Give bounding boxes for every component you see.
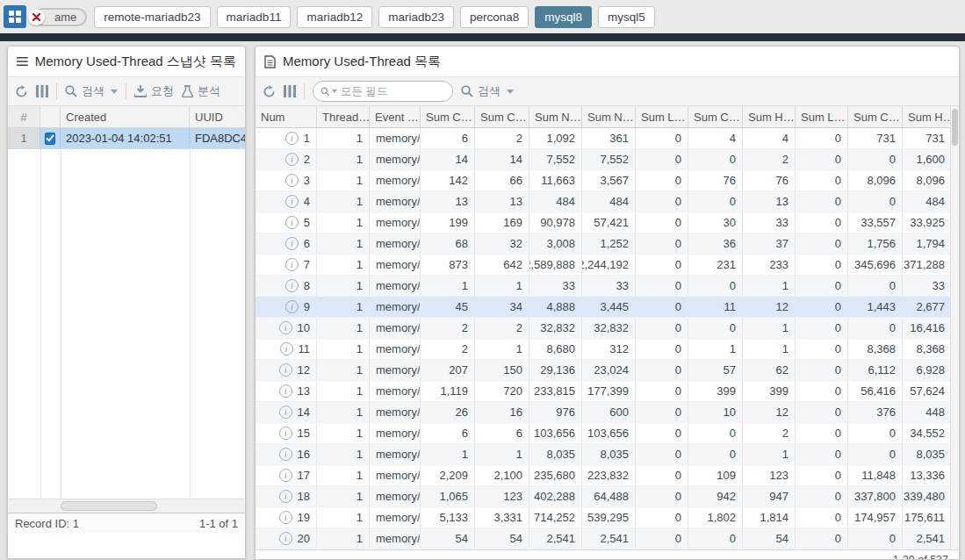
table-row[interactable]: i111memory/…218,68031201108,3688,368 bbox=[256, 339, 959, 360]
col-header-9[interactable]: Sum H… bbox=[743, 106, 796, 127]
col-header-0[interactable]: Num bbox=[256, 106, 317, 127]
info-icon[interactable]: i bbox=[285, 195, 299, 208]
cell: 13 bbox=[475, 191, 529, 212]
col-header-1[interactable]: Thread… bbox=[317, 106, 370, 127]
columns-button[interactable] bbox=[284, 85, 296, 97]
info-icon[interactable]: i bbox=[285, 300, 299, 313]
row-checkbox[interactable] bbox=[45, 133, 55, 145]
cell: memory/… bbox=[370, 318, 421, 339]
cell: i16 bbox=[256, 444, 317, 465]
analyze-button[interactable]: 분석 bbox=[182, 83, 220, 99]
col-header-6[interactable]: Sum N… bbox=[582, 106, 636, 127]
info-icon[interactable]: i bbox=[285, 153, 299, 166]
info-icon[interactable]: i bbox=[285, 216, 299, 229]
info-icon[interactable]: i bbox=[285, 258, 299, 271]
info-icon[interactable]: i bbox=[285, 237, 299, 250]
all-fields-search-input[interactable] bbox=[341, 85, 445, 97]
cell: 1 bbox=[421, 276, 475, 297]
info-icon[interactable]: i bbox=[279, 321, 292, 334]
table-row[interactable]: i61memory/…68323,0081,2520363701,7561,79… bbox=[256, 233, 959, 255]
info-icon[interactable]: i bbox=[279, 448, 292, 461]
tab-mariadb23[interactable]: mariadb23 bbox=[378, 6, 454, 28]
apps-grid-button[interactable] bbox=[4, 5, 26, 28]
table-row[interactable]: i91memory/…45344,8883,4450111201,4432,67… bbox=[256, 297, 959, 318]
col-header-7[interactable]: Sum L… bbox=[636, 106, 688, 127]
info-icon[interactable]: i bbox=[279, 363, 292, 377]
cell: memory/… bbox=[370, 212, 421, 233]
refresh-button[interactable] bbox=[263, 85, 276, 98]
col-header-10[interactable]: Sum L… bbox=[796, 106, 848, 127]
table-row[interactable]: i131memory/…1,119720233,815177,399039939… bbox=[256, 381, 959, 402]
table-row[interactable]: i51memory/…19916990,97857,42103033033,55… bbox=[256, 212, 959, 233]
col-header-11[interactable]: Sum C… bbox=[848, 106, 903, 127]
table-row[interactable]: i121memory/…20715029,13623,0240576206,11… bbox=[256, 360, 959, 381]
info-icon[interactable]: i bbox=[279, 406, 292, 419]
cell: 1 bbox=[743, 276, 796, 297]
col-header-uuid[interactable]: UUID bbox=[190, 106, 245, 127]
info-icon[interactable]: i bbox=[279, 490, 292, 503]
col-header-8[interactable]: Sum C… bbox=[688, 106, 743, 127]
cell: 0 bbox=[636, 297, 688, 318]
cell: 371,288 bbox=[903, 255, 952, 276]
cell: 1 bbox=[317, 149, 370, 170]
row-number: 5 bbox=[304, 216, 310, 229]
snapshot-row-selected[interactable]: 1 2023-01-04 14:02:51 FDA8DC46 bbox=[8, 128, 245, 149]
table-row[interactable]: i201memory/…54542,5412,5410054002,541 bbox=[256, 528, 959, 549]
tab-remote-mariadb23[interactable]: remote-mariadb23 bbox=[94, 6, 210, 28]
col-header-checkbox[interactable] bbox=[40, 106, 61, 127]
info-icon[interactable]: i bbox=[279, 384, 292, 398]
cell: 32,832 bbox=[582, 318, 636, 339]
info-icon[interactable]: i bbox=[285, 174, 299, 187]
table-row[interactable]: i71memory/…8736422,589,8882,244,19202312… bbox=[256, 255, 959, 276]
info-icon[interactable]: i bbox=[285, 279, 299, 292]
tab-percona8[interactable]: percona8 bbox=[460, 6, 529, 28]
col-header-4[interactable]: Sum C… bbox=[475, 106, 529, 127]
info-icon[interactable]: i bbox=[279, 511, 292, 524]
col-header-created[interactable]: Created bbox=[61, 106, 190, 127]
col-header-index[interactable]: # bbox=[8, 106, 40, 127]
table-row[interactable]: i41memory/…1313484484001300484 bbox=[256, 191, 959, 212]
tab-mariadb11[interactable]: mariadb11 bbox=[217, 6, 292, 28]
field-search-box[interactable] bbox=[313, 81, 453, 102]
info-icon[interactable]: i bbox=[279, 532, 292, 545]
tab-mysql8[interactable]: mysql8 bbox=[535, 6, 592, 28]
cell: memory/… bbox=[370, 255, 421, 276]
cell: 33 bbox=[743, 212, 796, 233]
table-row[interactable]: i181memory/…1,065123402,28864,4880942947… bbox=[256, 486, 959, 507]
col-header-5[interactable]: Sum N… bbox=[529, 106, 582, 127]
remove-tag-icon[interactable] bbox=[28, 9, 45, 25]
vertical-scrollbar[interactable] bbox=[950, 106, 959, 549]
row-index: 1 bbox=[8, 128, 40, 148]
horizontal-scrollbar[interactable] bbox=[8, 499, 245, 513]
info-icon[interactable]: i bbox=[285, 132, 299, 145]
refresh-button[interactable] bbox=[15, 85, 28, 98]
table-row[interactable]: i11memory/…621,0923610440731731 bbox=[256, 128, 959, 149]
col-header-3[interactable]: Sum C… bbox=[421, 106, 475, 127]
info-icon[interactable]: i bbox=[279, 469, 292, 482]
tab-mysql5[interactable]: mysql5 bbox=[598, 6, 655, 28]
cell: 0 bbox=[636, 276, 688, 297]
info-icon[interactable]: i bbox=[280, 342, 293, 355]
request-button[interactable]: 요청 bbox=[134, 83, 174, 99]
horizontal-scrollbar-thumb[interactable] bbox=[61, 501, 157, 511]
table-row[interactable]: i31memory/…1426611,6633,5670767608,0968,… bbox=[256, 170, 959, 191]
search-dropdown-button[interactable]: 검색 bbox=[461, 83, 514, 99]
table-row[interactable]: i171memory/…2,2092,100235,680223,8320109… bbox=[256, 465, 959, 486]
search-dropdown-button[interactable]: 검색 bbox=[65, 83, 118, 99]
columns-button[interactable] bbox=[36, 85, 48, 97]
table-row[interactable]: i151memory/…66103,656103,6560020034,552 bbox=[256, 423, 959, 444]
vertical-scrollbar-thumb[interactable] bbox=[952, 109, 958, 146]
table-row[interactable]: i101memory/…2232,83232,8320010016,416 bbox=[256, 318, 959, 339]
info-icon[interactable]: i bbox=[279, 427, 292, 440]
table-row[interactable]: i21memory/…14147,5527,552002001,600 bbox=[256, 149, 959, 170]
cell: 0 bbox=[848, 444, 903, 465]
table-row[interactable]: i161memory/…118,0358,035001008,035 bbox=[256, 444, 959, 465]
tab-mariadb12[interactable]: mariadb12 bbox=[297, 6, 372, 28]
table-row[interactable]: i141memory/…2616976600010120376448 bbox=[256, 402, 959, 423]
filter-tag-pill[interactable]: ame bbox=[33, 8, 87, 26]
col-header-12[interactable]: Sum H… bbox=[903, 106, 952, 127]
table-row[interactable]: i81memory/…1133330010033 bbox=[256, 276, 959, 297]
col-header-2[interactable]: Event … bbox=[370, 106, 421, 127]
table-row[interactable]: i191memory/…5,1333,331714,252539,29501,8… bbox=[256, 507, 959, 528]
cell: 0 bbox=[688, 444, 743, 465]
